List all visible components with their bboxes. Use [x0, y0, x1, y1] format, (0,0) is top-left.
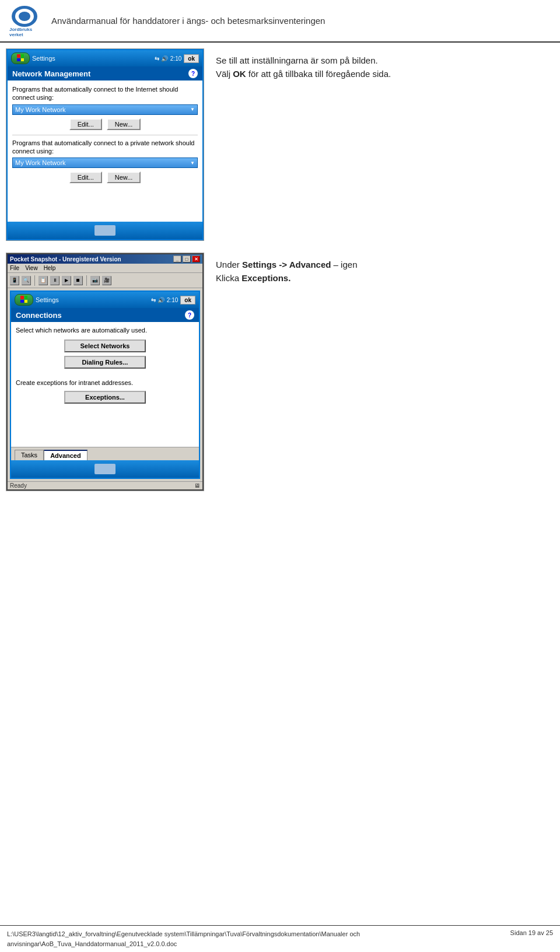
taskbar-time-1: 2:10 — [170, 55, 181, 62]
tb-icon-4[interactable]: ⏸ — [50, 276, 60, 285]
select-networks-button[interactable]: Select Networks — [64, 340, 146, 352]
explain-settings-bold: Settings -> Advanced — [242, 260, 331, 270]
tb-icon-7[interactable]: 📷 — [90, 276, 100, 285]
nm-help-icon: ? — [188, 69, 198, 78]
conn-title: Connections — [16, 311, 62, 320]
keyboard-icon-2 — [94, 464, 116, 474]
taskbar-settings-label-2: Settings — [36, 296, 59, 303]
nm-select-internet[interactable]: My Work Network ▼ — [12, 104, 198, 115]
conn-desc: Select which networks are automatically … — [16, 327, 194, 334]
conn-header: Connections ? — [11, 308, 199, 322]
nm-btn-row-1: Edit... New... — [12, 118, 198, 130]
exceptions-button[interactable]: Exceptions... — [64, 391, 146, 404]
keyboard-bar-1 — [8, 222, 202, 239]
svg-point-2 — [19, 12, 30, 21]
taskbar-left-1: Settings — [11, 52, 55, 64]
tb-sep-1 — [34, 275, 35, 286]
footer-path: L:\USER3\langtid\12_aktiv_forvaltning\Eg… — [7, 929, 510, 949]
svg-text:verket: verket — [9, 32, 23, 37]
keyboard-bar-2 — [11, 460, 199, 478]
keyboard-icon-1 — [94, 225, 116, 236]
taskbar-2: Settings ⇆ 🔊 2:10 ok — [11, 292, 199, 308]
ok-button-2[interactable]: ok — [180, 296, 195, 304]
spacer-2 — [16, 372, 194, 379]
snapshot-controls: _ □ ✕ — [173, 256, 200, 262]
minimize-button[interactable]: _ — [173, 256, 181, 262]
footer-page: Sidan 19 av 25 — [510, 929, 553, 936]
snapshot-toolbar: 📱 🔍 📋 ⏸ ▶ ⏹ 📷 🎥 — [8, 273, 202, 288]
tb-icon-2[interactable]: 🔍 — [22, 276, 31, 285]
start-button-1[interactable] — [11, 52, 30, 64]
main-content: Settings ⇆ 🔊 2:10 ok Network Management … — [0, 48, 560, 503]
taskbar-right-1: ⇆ 🔊 2:10 ok — [155, 54, 199, 63]
edit-button-1[interactable]: Edit... — [69, 118, 102, 130]
explain-exceptions-bold: Exceptions. — [242, 273, 290, 283]
taskbar-right-2: ⇆ 🔊 2:10 ok — [151, 296, 195, 304]
status-bar: Ready 🖥 — [8, 481, 202, 489]
status-icon: 🖥 — [194, 482, 200, 489]
snapshot-outer: Pocket Snapshot - Unregistered Version _… — [6, 253, 204, 491]
footer: L:\USER3\langtid\12_aktiv_forvaltning\Eg… — [0, 925, 560, 952]
menu-help[interactable]: Help — [44, 265, 56, 271]
screenshot-2: Pocket Snapshot - Unregistered Version _… — [6, 253, 204, 491]
dropdown-arrow-1: ▼ — [190, 107, 195, 112]
nm-label-private: Programs that automatically connect to a… — [12, 139, 198, 156]
svg-rect-5 — [17, 54, 20, 58]
tabs-bar: Tasks Advanced — [11, 447, 199, 460]
logo: Jordbruks verket — [7, 5, 42, 37]
header-title: Användarmanual för handdatorer i ängs- o… — [51, 16, 325, 26]
maximize-button[interactable]: □ — [183, 256, 191, 262]
explain-text-2: Under Settings -> Advanced – igen Klicka… — [216, 253, 554, 285]
conn-body: Select which networks are automatically … — [11, 322, 199, 447]
taskbar-settings-label: Settings — [32, 55, 55, 62]
taskbar-time-2: 2:10 — [167, 297, 178, 303]
nm-btn-row-2: Edit... New... — [12, 172, 198, 183]
status-text: Ready — [10, 482, 27, 489]
explain-text-1: Se till att inställningarna är som på bi… — [216, 48, 554, 80]
taskbar-icons-1: ⇆ 🔊 — [155, 55, 168, 62]
explain-para-4: Klicka Exceptions. — [216, 272, 554, 285]
exceptions-desc: Create exceptions for intranet addresses… — [16, 379, 194, 386]
spacer-3 — [16, 407, 194, 442]
menu-view[interactable]: View — [25, 265, 38, 271]
nm-header-1: Network Management ? — [8, 66, 202, 80]
snapshot-menubar: File View Help — [8, 264, 202, 273]
explain-para-2: Välj OK för att gå tillbaka till föregåe… — [216, 68, 554, 81]
tb-icon-3[interactable]: 📋 — [38, 276, 48, 285]
taskbar-1: Settings ⇆ 🔊 2:10 ok — [8, 50, 202, 66]
explain-para-1: Se till att inställningarna är som på bi… — [216, 54, 554, 68]
nm-body-1: Programs that automatically connect to t… — [8, 80, 202, 222]
tab-tasks[interactable]: Tasks — [15, 450, 44, 460]
tab-advanced[interactable]: Advanced — [44, 450, 88, 460]
nm-label-internet: Programs that automatically connect to t… — [12, 85, 198, 102]
tb-icon-1[interactable]: 📱 — [10, 276, 19, 285]
screenshot-1: Settings ⇆ 🔊 2:10 ok Network Management … — [6, 48, 204, 241]
section-1-row: Settings ⇆ 🔊 2:10 ok Network Management … — [6, 48, 554, 241]
tb-icon-5[interactable]: ▶ — [62, 276, 71, 285]
tb-icon-8[interactable]: 🎥 — [102, 276, 111, 285]
new-button-1[interactable]: New... — [107, 118, 141, 130]
snapshot-title: Pocket Snapshot - Unregistered Version — [10, 256, 121, 262]
svg-text:Jordbruks: Jordbruks — [9, 27, 33, 32]
ok-button-1[interactable]: ok — [184, 54, 199, 63]
new-button-2[interactable]: New... — [107, 172, 141, 183]
nm-select-private[interactable]: My Work Network ▼ — [12, 158, 198, 168]
wince-window-2: Settings ⇆ 🔊 2:10 ok Connections ? — [10, 290, 200, 479]
dialing-rules-button[interactable]: Dialing Rules... — [64, 356, 146, 369]
taskbar-icons-2: ⇆ 🔊 — [151, 297, 164, 303]
nm-title-1: Network Management — [12, 69, 90, 78]
svg-rect-8 — [21, 58, 24, 61]
close-button[interactable]: ✕ — [192, 256, 200, 262]
nm-divider-1 — [12, 135, 198, 135]
wince-window-1: Settings ⇆ 🔊 2:10 ok Network Management … — [6, 49, 204, 240]
spacer-1 — [12, 188, 198, 217]
explain-para-3: Under Settings -> Advanced – igen — [216, 258, 554, 272]
tb-icon-6[interactable]: ⏹ — [74, 276, 83, 285]
start-button-2[interactable] — [15, 294, 33, 306]
explain-ok-bold: OK — [233, 69, 246, 79]
taskbar-left-2: Settings — [15, 294, 59, 306]
menu-file[interactable]: File — [10, 265, 19, 271]
svg-rect-11 — [20, 300, 24, 303]
edit-button-2[interactable]: Edit... — [69, 172, 102, 183]
svg-rect-10 — [24, 296, 27, 299]
